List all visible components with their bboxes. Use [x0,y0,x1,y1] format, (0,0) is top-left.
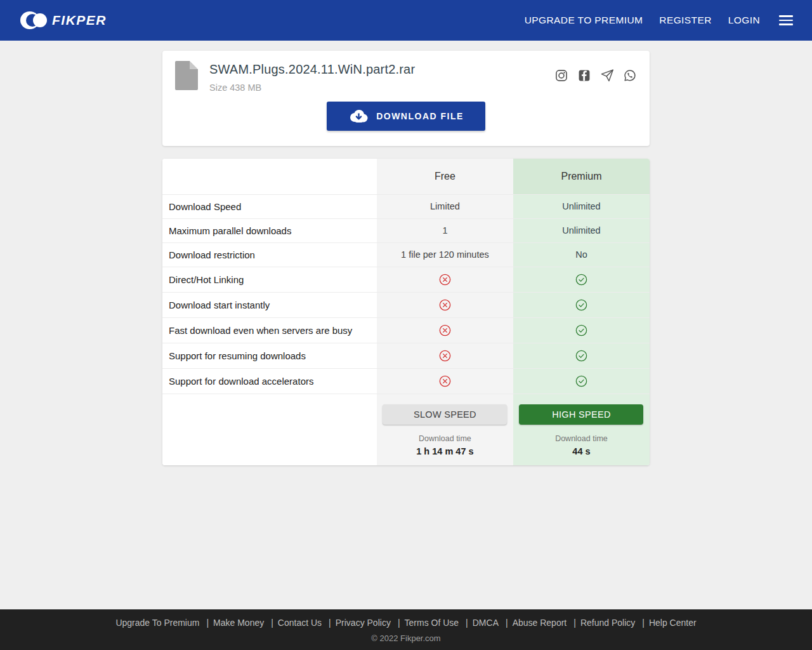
feature-label: Support for download accelerators [162,368,377,394]
check-circle-icon [575,324,588,335]
premium-value: No [513,242,650,267]
comparison-row: Maximum parallel downloads1Unlimited [162,218,650,242]
cross-circle-icon [438,299,452,309]
footer-link-terms-of-use[interactable]: Terms Of Use [405,618,459,628]
copyright: © 2022 Fikper.com [0,633,812,643]
whatsapp-icon[interactable] [623,69,637,83]
check-circle-icon [575,375,588,385]
check-circle-icon [575,274,588,284]
free-value: 1 file per 120 minutes [377,242,513,267]
comparison-header-row: Free Premium [162,159,650,194]
feature-label: Fast download even when servers are busy [162,317,377,343]
free-cta-cell: SLOW SPEED Download time 1 h 14 m 47 s [377,394,513,465]
file-size: Size 438 MB [209,83,415,93]
empty-footer-cell [162,394,377,465]
free-value: 1 [377,218,513,242]
feature-label: Download start instantly [162,292,377,317]
instagram-icon[interactable] [554,69,568,83]
premium-download-time: 44 s [518,446,645,456]
empty-header-cell [162,159,377,194]
free-value [377,292,513,317]
main-content: SWAM.Plugs.2024.11.WiN.part2.rar Size 43… [0,41,812,609]
footer-link-privacy-policy[interactable]: Privacy Policy [336,618,391,628]
cloud-download-icon [348,109,369,123]
feature-label: Support for resuming downloads [162,343,377,368]
premium-value [513,317,650,343]
footer-link-contact-us[interactable]: Contact Us [278,618,322,628]
comparison-row: Download SpeedLimitedUnlimited [162,194,650,218]
share-icons [554,61,637,83]
filename: SWAM.Plugs.2024.11.WiN.part2.rar [209,62,415,77]
cross-circle-icon [438,350,452,360]
nav-link-upgrade-to-premium[interactable]: UPGRADE TO PREMIUM [525,15,643,26]
file-header: SWAM.Plugs.2024.11.WiN.part2.rar Size 43… [175,61,637,93]
free-column-header: Free [377,159,513,194]
feature-label: Download Speed [162,194,377,218]
free-download-time: 1 h 14 m 47 s [382,446,508,456]
comparison-row: Download restriction1 file per 120 minut… [162,242,650,267]
free-value [377,267,513,292]
page-footer: Upgrade To Premium|Make Money|Contact Us… [0,609,812,650]
cross-circle-icon [438,375,452,385]
nav-link-register[interactable]: REGISTER [659,15,711,26]
footer-link-abuse-report[interactable]: Abuse Report [513,618,567,628]
download-button-row: DOWNLOAD FILE [175,102,637,131]
footer-link-dmca[interactable]: DMCA [473,618,499,628]
footer-link-separator: | [573,618,576,628]
footer-link-separator: | [329,618,331,628]
footer-link-refund-policy[interactable]: Refund Policy [580,618,635,628]
premium-value [513,292,650,317]
premium-column-header: Premium [513,159,650,194]
feature-label: Download restriction [162,242,377,267]
navbar: Fikper UPGRADE TO PREMIUMREGISTERLOGIN [0,0,812,41]
premium-cta-cell: HIGH SPEED Download time 44 s [513,394,650,465]
file-document-icon [175,61,198,90]
comparison-row: Support for resuming downloads [162,343,650,368]
footer-link-separator: | [466,618,468,628]
footer-link-separator: | [206,618,209,628]
brand-name: Fikper [52,13,107,28]
footer-links: Upgrade To Premium|Make Money|Contact Us… [0,618,812,628]
footer-link-separator: | [642,618,645,628]
free-value [377,343,513,368]
download-button-label: DOWNLOAD FILE [376,111,464,121]
premium-value [513,368,650,394]
high-speed-button[interactable]: HIGH SPEED [519,404,643,425]
comparison-table: Free Premium Download SpeedLimitedUnlimi… [162,159,650,465]
download-time-label: Download time [518,434,645,443]
free-value [377,368,513,394]
brand: Fikper [20,11,107,30]
feature-label: Maximum parallel downloads [162,218,377,242]
footer-link-upgrade-to-premium[interactable]: Upgrade To Premium [115,618,199,628]
cross-circle-icon [438,324,452,335]
footer-link-separator: | [506,618,508,628]
comparison-row: Direct/Hot Linking [162,267,650,292]
fikper-logo-icon [20,11,48,30]
check-circle-icon [575,350,588,360]
comparison-cta-row: SLOW SPEED Download time 1 h 14 m 47 s H… [162,394,650,465]
file-card: SWAM.Plugs.2024.11.WiN.part2.rar Size 43… [162,51,650,146]
footer-link-make-money[interactable]: Make Money [213,618,264,628]
feature-label: Direct/Hot Linking [162,267,377,292]
download-time-label: Download time [382,434,508,443]
cross-circle-icon [438,274,452,284]
nav-link-login[interactable]: LOGIN [728,15,760,26]
telegram-icon[interactable] [600,69,614,83]
facebook-icon[interactable] [577,69,591,83]
premium-value [513,343,650,368]
check-circle-icon [575,299,588,309]
comparison-row: Support for download accelerators [162,368,650,394]
comparison-row: Fast download even when servers are busy [162,317,650,343]
hamburger-menu-icon[interactable] [778,13,794,28]
premium-value: Unlimited [513,218,650,242]
footer-link-help-center[interactable]: Help Center [649,618,697,628]
download-file-button[interactable]: DOWNLOAD FILE [327,102,485,131]
free-value [377,317,513,343]
file-info: SWAM.Plugs.2024.11.WiN.part2.rar Size 43… [209,61,415,93]
slow-speed-button[interactable]: SLOW SPEED [383,404,507,425]
footer-link-separator: | [398,618,400,628]
premium-value: Unlimited [513,194,650,218]
free-value: Limited [377,194,513,218]
navbar-links: UPGRADE TO PREMIUMREGISTERLOGIN [525,13,794,28]
comparison-card: Free Premium Download SpeedLimitedUnlimi… [162,159,650,465]
